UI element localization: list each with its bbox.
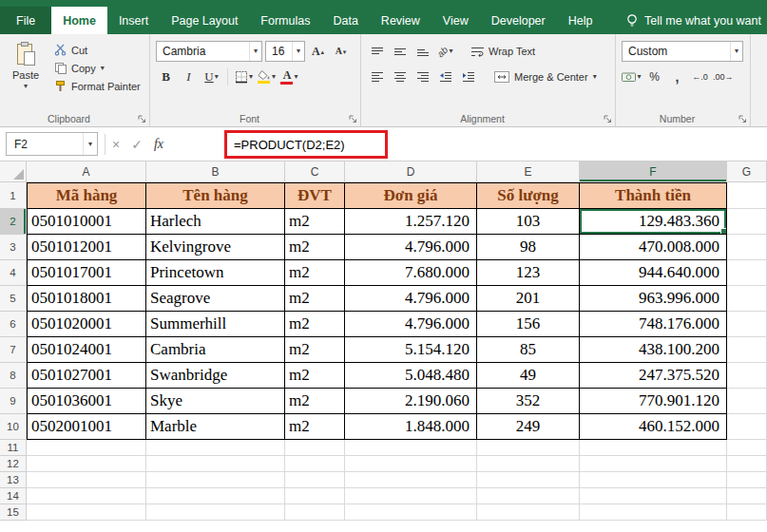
cell-G15[interactable] [727,504,767,521]
cell-F15[interactable] [580,504,727,521]
ribbon-tab-developer[interactable]: Developer [480,7,557,34]
insert-function-button[interactable]: fx [154,137,163,152]
cell-E13[interactable] [477,472,580,488]
column-header-A[interactable]: A [27,162,146,182]
cell-C14[interactable] [285,488,345,504]
cell-A10[interactable]: 0502001001 [27,414,146,440]
cell-B15[interactable] [146,504,285,521]
cell-G9[interactable] [727,389,767,414]
cell-D11[interactable] [345,440,477,456]
font-name-combo[interactable]: Cambria ▾ [156,41,262,62]
font-dialog-launcher-icon[interactable] [349,115,357,124]
cut-button[interactable]: Cut [54,44,141,56]
ribbon-tab-home[interactable]: Home [51,7,107,34]
align-center-button[interactable] [390,67,410,87]
number-format-combo[interactable]: Custom ▾ [622,41,743,62]
column-header-B[interactable]: B [146,162,285,182]
cell-E12[interactable] [477,456,580,472]
tell-me-box[interactable]: Tell me what you want [616,7,767,34]
ribbon-tab-help[interactable]: Help [557,7,604,34]
column-header-C[interactable]: C [285,162,345,182]
cell-F10[interactable]: 460.152.000 [580,414,727,440]
increase-indent-button[interactable] [458,67,478,87]
cell-B7[interactable]: Cambria [146,337,285,363]
align-left-button[interactable] [367,67,387,87]
cell-D5[interactable]: 4.796.000 [345,286,477,312]
cell-G10[interactable] [727,414,767,440]
cell-F11[interactable] [580,440,727,456]
cell-D7[interactable]: 5.154.120 [345,337,477,363]
column-header-F[interactable]: F [580,162,727,182]
cell-D4[interactable]: 7.680.000 [345,260,477,286]
cell-G3[interactable] [727,235,767,260]
align-bottom-button[interactable] [412,42,432,62]
cell-G14[interactable] [727,488,767,504]
name-box[interactable]: F2 ▾ [6,132,98,156]
format-painter-button[interactable]: Format Painter [54,80,141,92]
enter-button[interactable]: ✓ [131,137,143,152]
cell-E14[interactable] [477,488,580,504]
cell-G5[interactable] [727,286,767,312]
row-header-8[interactable]: 8 [0,363,27,389]
row-header-1[interactable]: 1 [0,182,27,209]
cell-G13[interactable] [727,472,767,488]
cell-D8[interactable]: 5.048.480 [345,363,477,389]
cell-F4[interactable]: 944.640.000 [580,260,727,286]
ribbon-tab-insert[interactable]: Insert [107,7,160,34]
cell-D1[interactable]: Đơn giá [345,182,477,209]
cell-B1[interactable]: Tên hàng [146,182,285,209]
number-dialog-launcher-icon[interactable] [738,115,747,124]
cell-E5[interactable]: 201 [477,286,580,312]
cell-A2[interactable]: 0501010001 [27,209,146,235]
cell-G1[interactable] [727,182,767,209]
row-header-10[interactable]: 10 [0,414,27,440]
cell-C9[interactable]: m2 [285,389,345,414]
cell-A11[interactable] [27,440,146,456]
cell-E3[interactable]: 98 [477,235,580,260]
cell-B12[interactable] [146,456,285,472]
ribbon-tab-formulas[interactable]: Formulas [249,7,321,34]
increase-decimal-button[interactable]: ←.0 [690,67,710,87]
cell-E1[interactable]: Số lượng [477,182,580,209]
cell-E8[interactable]: 49 [477,363,580,389]
cell-D10[interactable]: 1.848.000 [345,414,477,440]
cell-E2[interactable]: 103 [477,209,580,235]
shrink-font-button[interactable]: A▾ [331,42,351,62]
cell-E6[interactable]: 156 [477,312,580,337]
underline-button[interactable]: U▾ [201,67,221,87]
ribbon-tab-page-layout[interactable]: Page Layout [160,7,249,34]
cell-E9[interactable]: 352 [477,389,580,414]
cell-B9[interactable]: Skye [146,389,285,414]
orientation-button[interactable]: ab ▾ [435,42,455,62]
cell-E7[interactable]: 85 [477,337,580,363]
cell-G6[interactable] [727,312,767,337]
percent-style-button[interactable]: % [644,67,664,87]
cell-C12[interactable] [285,456,345,472]
cell-C7[interactable]: m2 [285,337,345,363]
cell-A15[interactable] [27,504,146,521]
paste-button[interactable]: Paste ▾ [3,37,48,111]
cell-F12[interactable] [580,456,727,472]
cell-D15[interactable] [345,504,477,521]
cell-C3[interactable]: m2 [285,235,345,260]
accounting-format-button[interactable]: ▾ [622,67,642,87]
cell-D3[interactable]: 4.796.000 [345,235,477,260]
cell-A9[interactable]: 0501036001 [27,389,146,414]
cell-G12[interactable] [727,456,767,472]
cell-A1[interactable]: Mã hàng [27,182,146,209]
cell-A5[interactable]: 0501018001 [27,286,146,312]
column-header-E[interactable]: E [477,162,580,182]
cell-G4[interactable] [727,260,767,286]
wrap-text-button[interactable]: Wrap Text [471,42,535,62]
cell-A13[interactable] [27,472,146,488]
cell-E4[interactable]: 123 [477,260,580,286]
fill-color-button[interactable]: ▾ [257,67,277,87]
cell-D9[interactable]: 2.190.060 [345,389,477,414]
cell-F2[interactable]: 129.483.360 [580,209,727,235]
cell-C5[interactable]: m2 [285,286,345,312]
ribbon-tab-data[interactable]: Data [321,7,369,34]
cell-D6[interactable]: 4.796.000 [345,312,477,337]
cell-F5[interactable]: 963.996.000 [580,286,727,312]
cell-C11[interactable] [285,440,345,456]
grow-font-button[interactable]: A▴ [308,42,328,62]
